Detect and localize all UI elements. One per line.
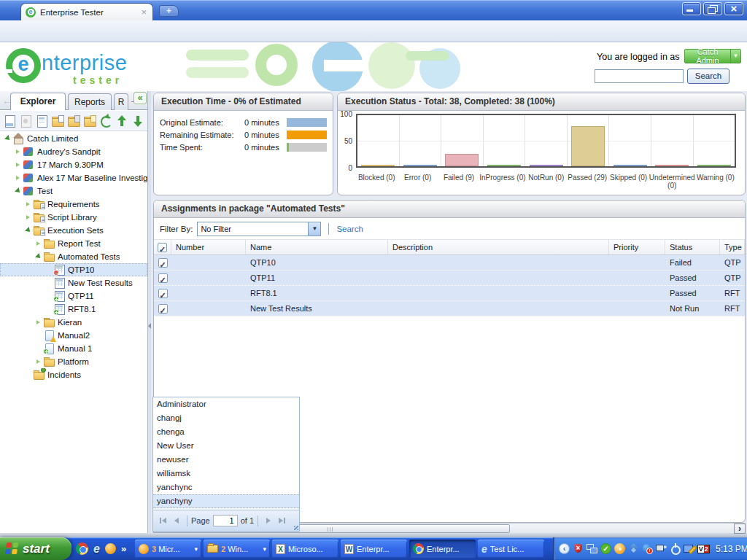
tree-item-manual2[interactable]: Manual2 (0, 329, 147, 342)
global-search-button[interactable]: Search (687, 69, 729, 84)
user-option-yanchyny[interactable]: yanchyny (153, 494, 299, 508)
global-search-input[interactable] (595, 69, 684, 83)
row-checkbox[interactable] (158, 273, 168, 283)
tree-item-incidents[interactable]: Incidents (0, 368, 147, 381)
document-disabled-icon[interactable] (19, 114, 32, 128)
tree-item-qtp11[interactable]: QTP11 (0, 289, 147, 303)
tree-item-report-test[interactable]: Report Test (0, 237, 147, 250)
column-header-number[interactable]: Number (171, 240, 246, 254)
search-link[interactable]: Search (336, 225, 363, 233)
tree-item-test[interactable]: Test (0, 184, 147, 198)
user-menu-button[interactable]: Catch Admin ▼ (684, 49, 741, 63)
taskbar-button-microso[interactable]: XMicroso... (272, 540, 338, 558)
tree-item-audrey-s-sandpit[interactable]: Audrey's Sandpit (0, 145, 147, 158)
user-option-yanchync[interactable]: yanchync (153, 481, 299, 494)
tree-expand-arrow-icon[interactable] (13, 158, 23, 171)
tree-item-execution-sets[interactable]: Execution Sets (0, 224, 147, 237)
scroll-right-button[interactable]: › (734, 524, 746, 534)
tree-item-script-library[interactable]: Script Library (0, 211, 147, 224)
tree-item-new-test-results[interactable]: New Test Results (0, 276, 147, 289)
folder-script-icon[interactable] (67, 114, 80, 128)
security-shield-icon[interactable] (573, 543, 584, 554)
reminder-icon[interactable] (614, 543, 625, 554)
first-page-button[interactable] (158, 515, 169, 526)
user-option-williamsk[interactable]: williamsk (153, 467, 299, 481)
tree-item-qtp10[interactable]: QTP10 (0, 263, 147, 276)
column-header-priority[interactable]: Priority (609, 240, 665, 254)
tree-item-17-march-9-30pm[interactable]: 17 March 9.30PM (0, 158, 147, 171)
table-row-qtp11[interactable]: QTP11PassedQTP (154, 271, 745, 286)
tree-expand-arrow-icon[interactable] (23, 198, 33, 211)
tree-expand-arrow-icon[interactable] (13, 171, 23, 184)
folder-move-icon[interactable] (83, 114, 96, 128)
next-page-button[interactable] (263, 515, 274, 526)
table-row-new-test-results[interactable]: New Test ResultsNot RunRFT (154, 301, 745, 316)
table-row-rft8-1[interactable]: RFT8.1PassedRFT (154, 286, 745, 301)
move-down-icon[interactable] (131, 114, 144, 128)
tree-item-rft8-1[interactable]: RFT8.1 (0, 303, 147, 316)
tree-item-requirements[interactable]: Requirements (0, 198, 147, 211)
column-header-type[interactable]: Type (720, 240, 745, 254)
tree-item-catch-limited[interactable]: Catch Limited (0, 132, 147, 145)
move-up-icon[interactable] (115, 114, 128, 128)
network-computers-icon[interactable] (587, 543, 597, 554)
quick-launch-overflow-icon[interactable]: » (121, 543, 126, 554)
taskbar-button-test-lic[interactable]: eTest Lic... (478, 540, 544, 558)
outlook-quicklaunch-icon[interactable] (105, 543, 116, 554)
dropbox-icon[interactable] (628, 543, 639, 554)
folder-document-icon[interactable] (51, 114, 64, 128)
row-checkbox[interactable] (158, 258, 168, 268)
row-checkbox[interactable] (158, 289, 168, 298)
tree-expand-arrow-icon[interactable] (13, 145, 23, 158)
ie-quicklaunch-icon[interactable]: e (93, 542, 100, 556)
tree-item-automated-tests[interactable]: Automated Tests (0, 250, 147, 263)
user-option-newuser[interactable]: newuser (153, 453, 299, 467)
tree-expand-arrow-icon[interactable] (34, 250, 43, 263)
tree-expand-arrow-icon[interactable] (34, 237, 43, 250)
update-badge-icon[interactable] (642, 543, 653, 554)
tree-expand-arrow-icon[interactable] (23, 211, 33, 224)
tab-close-icon[interactable]: × (139, 7, 148, 17)
refresh-icon[interactable] (99, 114, 112, 128)
vnc-icon[interactable] (697, 545, 710, 553)
browser-tab[interactable]: Enterprise Tester × (20, 3, 153, 20)
collapse-chevron-icon[interactable]: ‹ (559, 543, 570, 554)
new-tab-button[interactable]: + (159, 5, 179, 17)
select-all-checkbox[interactable] (158, 243, 167, 252)
remote-audio-icon[interactable] (656, 543, 667, 554)
user-option-new-user[interactable]: New User (153, 439, 299, 453)
power-icon[interactable] (670, 543, 681, 554)
tree-item-alex-17-mar-baseline-investiga[interactable]: Alex 17 Mar Baseline Investiga (0, 171, 147, 184)
tree-expand-arrow-icon[interactable] (13, 184, 23, 198)
tree-expand-arrow-icon[interactable] (3, 132, 12, 145)
chrome-quicklaunch-icon[interactable] (76, 542, 88, 555)
tab-explorer[interactable]: Explorer (10, 93, 66, 110)
tree-expand-arrow-icon[interactable] (34, 355, 43, 368)
row-checkbox[interactable] (158, 304, 168, 314)
taskbar-button-3-micr[interactable]: 3Micr...▾ (135, 540, 201, 558)
start-button[interactable]: start (0, 537, 71, 560)
previous-page-button[interactable] (171, 515, 182, 526)
resize-grip-icon[interactable] (294, 526, 298, 530)
column-header-status[interactable]: Status (665, 240, 720, 254)
tree-expand-arrow-icon[interactable] (34, 316, 43, 329)
close-button[interactable] (724, 2, 743, 15)
user-option-chenga[interactable]: chenga (153, 425, 299, 439)
combo-trigger-icon[interactable]: ▼ (308, 222, 320, 236)
green-check-icon[interactable] (600, 543, 611, 554)
new-document-icon[interactable] (3, 114, 16, 128)
user-option-changj[interactable]: changj (153, 411, 299, 425)
restore-button[interactable] (703, 2, 722, 15)
tree-expand-arrow-icon[interactable] (23, 224, 33, 237)
tab-clipped[interactable]: R (114, 93, 128, 110)
collapse-sidebar-button[interactable]: « (133, 92, 147, 104)
taskbar-button-2-win[interactable]: 2Win...▾ (204, 540, 270, 558)
last-page-button[interactable] (276, 515, 287, 526)
column-header-description[interactable]: Description (388, 240, 609, 254)
table-row-qtp10[interactable]: QTP10FailedQTP (154, 255, 745, 271)
tree-item-platform[interactable]: Platform (0, 355, 147, 368)
user-option-administrator[interactable]: Administrator (153, 397, 299, 411)
tab-reports[interactable]: Reports (68, 93, 112, 110)
tree-item-manual-1[interactable]: Manual 1 (0, 342, 147, 355)
page-number-input[interactable] (213, 515, 238, 526)
